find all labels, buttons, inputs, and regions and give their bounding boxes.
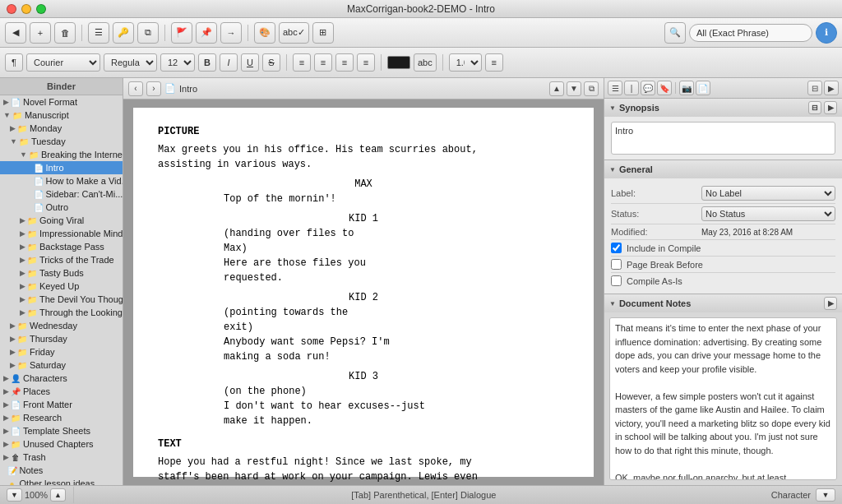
sidebar-item-monday[interactable]: ▶ 📁 Monday xyxy=(0,122,123,135)
rp-list-btn[interactable]: ☰ xyxy=(608,81,622,95)
color-btn[interactable]: 🎨 xyxy=(254,22,275,44)
delete-btn[interactable]: 🗑 xyxy=(54,22,76,44)
sidebar-item-front-matter[interactable]: ▶ 📄 Front Matter xyxy=(0,398,123,411)
word-count-chevron[interactable]: ▼ xyxy=(816,488,835,502)
label-impressionable: Impressionable Minds xyxy=(39,229,123,238)
sidebar-item-going-viral[interactable]: ▶ 📁 Going Viral xyxy=(0,214,123,227)
style-icon[interactable]: ¶ xyxy=(5,53,23,72)
sidebar-item-outro[interactable]: 📄 Outro xyxy=(0,201,123,214)
bold-btn[interactable]: B xyxy=(198,53,216,72)
sidebar-item-through[interactable]: ▶ 📁 Through the Looking... xyxy=(0,306,123,319)
rp-pin-btn[interactable]: | xyxy=(624,81,639,95)
justify-btn[interactable]: ≡ xyxy=(357,53,375,72)
synopsis-input[interactable]: Intro xyxy=(611,122,835,155)
rp-doc-btn[interactable]: 📄 xyxy=(696,81,710,95)
synopsis-icon-2[interactable]: ▶ xyxy=(824,101,837,114)
sidebar-item-places[interactable]: ▶ 📌 Places xyxy=(0,385,123,398)
sidebar-item-sidebar-cant[interactable]: 📄 Sidebar: Can't-Mi... xyxy=(0,187,123,201)
style-select[interactable]: Regular xyxy=(104,53,157,72)
abc-btn[interactable]: abc✓ xyxy=(279,22,309,44)
align-left-btn[interactable]: ≡ xyxy=(293,53,311,72)
arrow-outro xyxy=(30,203,32,211)
size-select[interactable]: 12 xyxy=(160,53,195,72)
nav-forward-btn[interactable]: › xyxy=(146,81,161,96)
rp-shrink-btn[interactable]: ⊟ xyxy=(807,81,822,95)
compile-checkbox[interactable] xyxy=(611,243,622,253)
line-spacing-select[interactable]: 1.0 xyxy=(449,53,482,72)
close-button[interactable] xyxy=(7,4,16,14)
sidebar-item-templates[interactable]: ▶ 📄 Template Sheets xyxy=(0,424,123,437)
move-btn[interactable]: → xyxy=(220,22,242,44)
view-btn[interactable]: ☰ xyxy=(88,22,109,44)
add-btn[interactable]: + xyxy=(30,22,51,44)
compile-btn[interactable]: ⊞ xyxy=(312,22,334,44)
zoom-up-btn[interactable]: ▲ xyxy=(50,488,66,502)
label-select[interactable]: No Label xyxy=(701,186,835,201)
layout-btn[interactable]: ⧉ xyxy=(137,22,159,44)
sidebar-item-intro[interactable]: 📄 Intro xyxy=(0,161,123,174)
synopsis-header[interactable]: ▼ Synopsis ⊟ ▶ xyxy=(604,99,842,117)
rp-speech-btn[interactable]: 💬 xyxy=(641,81,655,95)
synopsis-icon-1[interactable]: ⊟ xyxy=(808,101,821,114)
status-row: Status: No Status xyxy=(611,204,835,224)
maximize-button[interactable] xyxy=(36,4,46,14)
underline-btn[interactable]: U xyxy=(241,53,259,72)
doc-notes-header[interactable]: ▼ Document Notes ▶ xyxy=(604,294,842,312)
sidebar-item-breaking[interactable]: ▼ 📁 Breaking the Internet xyxy=(0,148,123,161)
italic-btn[interactable]: I xyxy=(220,53,238,72)
status-select[interactable]: No Status xyxy=(701,206,835,221)
sidebar-item-backstage[interactable]: ▶ 📁 Backstage Pass xyxy=(0,240,123,253)
sidebar-item-other-lesson[interactable]: ● Other lesson ideas xyxy=(0,477,123,485)
sidebar-item-notes[interactable]: 📝 Notes xyxy=(0,464,123,477)
sidebar-item-characters[interactable]: ▶ 👤 Characters xyxy=(0,372,123,385)
modified-label: Modified: xyxy=(611,227,701,237)
key-icon[interactable]: 🔑 xyxy=(113,22,134,44)
sidebar-item-saturday[interactable]: ▶ 📁 Saturday xyxy=(0,358,123,372)
sidebar-item-keyed[interactable]: ▶ 📁 Keyed Up xyxy=(0,280,123,293)
sidebar-item-novel-format[interactable]: ▶ 📄 Novel Format xyxy=(0,95,123,109)
sidebar-item-tuesday[interactable]: ▼ 📁 Tuesday xyxy=(0,135,123,148)
editor-content[interactable]: PICTURE Max greets you in his office. Hi… xyxy=(123,99,604,485)
nav-back-btn[interactable]: ‹ xyxy=(128,81,143,96)
sidebar-item-trash[interactable]: ▶ 🗑 Trash xyxy=(0,451,123,464)
general-header[interactable]: ▼ General xyxy=(604,160,842,178)
rp-snapshot-btn[interactable]: 📷 xyxy=(679,81,694,95)
sidebar-item-howto[interactable]: 📄 How to Make a Vid... xyxy=(0,174,123,187)
strikethrough-btn[interactable]: S xyxy=(262,53,280,72)
doc-notes-content[interactable]: That means it's time to enter the next p… xyxy=(609,317,837,480)
compile-as-is-checkbox[interactable] xyxy=(611,275,622,286)
search-icon-btn[interactable]: 🔍 xyxy=(664,22,686,44)
nav-up-btn[interactable]: ▲ xyxy=(549,81,564,96)
sidebar-item-thursday[interactable]: ▶ 📁 Thursday xyxy=(0,332,123,345)
align-right-btn[interactable]: ≡ xyxy=(335,53,354,72)
rp-tag-btn[interactable]: 🔖 xyxy=(657,81,672,95)
page-break-checkbox[interactable] xyxy=(611,259,622,270)
page[interactable]: PICTURE Max greets you in his office. Hi… xyxy=(133,108,594,477)
nav-split-btn[interactable]: ⧉ xyxy=(584,81,599,96)
sidebar-item-impressionable[interactable]: ▶ 📁 Impressionable Minds xyxy=(0,227,123,240)
info-btn[interactable]: ℹ xyxy=(816,22,837,44)
flag-btn[interactable]: 🚩 xyxy=(171,22,192,44)
sidebar-item-tricks[interactable]: ▶ 📁 Tricks of the Trade xyxy=(0,253,123,266)
zoom-down-btn[interactable]: ▼ xyxy=(7,488,22,502)
color-swatch[interactable] xyxy=(387,56,410,69)
minimize-button[interactable] xyxy=(21,4,31,14)
sidebar-item-research[interactable]: ▶ 📁 Research xyxy=(0,411,123,424)
font-select[interactable]: Courier xyxy=(26,53,100,72)
sidebar-item-unused[interactable]: ▶ 📁 Unused Chapters xyxy=(0,437,123,451)
sidebar-item-manuscript[interactable]: ▼ 📁 Manuscript xyxy=(0,109,123,122)
pin-btn[interactable]: 📌 xyxy=(196,22,217,44)
sidebar-item-wednesday[interactable]: ▶ 📁 Wednesday xyxy=(0,319,123,332)
search-input[interactable] xyxy=(689,24,812,42)
doc-notes-icon[interactable]: ▶ xyxy=(824,297,837,310)
arrow-wednesday: ▶ xyxy=(10,321,16,330)
sidebar-item-devil[interactable]: ▶ 📁 The Devil You Thought... xyxy=(0,293,123,306)
back-btn[interactable]: ◀ xyxy=(5,22,26,44)
align-center-btn[interactable]: ≡ xyxy=(314,53,332,72)
nav-down-btn[interactable]: ▼ xyxy=(567,81,581,96)
highlight-btn[interactable]: abc xyxy=(414,53,437,72)
rp-arrow-btn[interactable]: ▶ xyxy=(824,81,839,95)
sidebar-item-tasty[interactable]: ▶ 📁 Tasty Buds xyxy=(0,266,123,280)
sidebar-item-friday[interactable]: ▶ 📁 Friday xyxy=(0,345,123,358)
list-btn[interactable]: ≡ xyxy=(485,53,503,72)
